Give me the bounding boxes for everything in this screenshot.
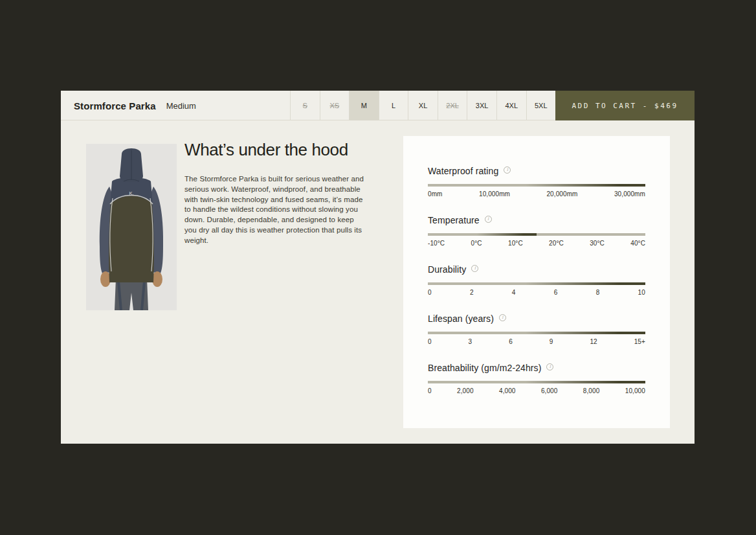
tick-label: 0°C <box>471 240 482 247</box>
brand-logo: K. <box>129 190 133 196</box>
spec-slider-fill <box>428 332 645 334</box>
size-tab-label: 5XL <box>535 102 548 109</box>
tick-label: 10,000mm <box>479 190 510 198</box>
spec-scale: 0 2 4 6 8 10 <box>428 289 645 296</box>
tick-label: 30°C <box>590 240 605 247</box>
size-tab-l[interactable]: L <box>379 91 408 120</box>
size-tab-3xl[interactable]: 3XL <box>467 91 496 120</box>
tick-label: 9 <box>550 338 553 345</box>
size-tab-s[interactable]: S <box>290 91 320 120</box>
tick-label: 10,000 <box>625 387 645 394</box>
product-header: Stormforce Parka Medium S XS M L XL 2XL … <box>61 91 695 120</box>
tick-label: 20,000mm <box>546 190 577 198</box>
section-heading: What’s under the hood <box>184 140 364 160</box>
spec-label: Lifespan (years) <box>428 313 494 324</box>
size-tab-label: 2XL <box>446 102 459 109</box>
spec-slider-track <box>428 381 645 383</box>
spec-label: Breathability (gm/m2-24hrs) <box>428 363 541 373</box>
spec-label: Temperature <box>428 215 480 225</box>
tick-label: 6 <box>554 289 558 296</box>
spec-durability: Durability i 0 2 4 6 8 10 <box>428 264 645 296</box>
info-icon[interactable]: i <box>504 166 511 174</box>
tick-label: 4 <box>512 289 516 296</box>
tick-label: 30,000mm <box>614 190 645 198</box>
tick-label: 20°C <box>549 240 564 247</box>
spec-slider-track <box>428 332 645 334</box>
info-icon[interactable]: i <box>499 314 506 321</box>
tick-label: 6 <box>509 338 513 345</box>
size-tab-label: M <box>361 102 367 109</box>
spec-breathability: Breathability (gm/m2-24hrs) i 0 2,000 4,… <box>428 363 645 394</box>
tick-label: 0 <box>428 289 432 296</box>
tick-label: 8 <box>596 289 600 296</box>
tick-label: 2 <box>470 289 474 296</box>
tick-label: 6,000 <box>541 387 558 394</box>
product-copy: What’s under the hood The Stormforce Par… <box>184 140 364 245</box>
size-tab-5xl[interactable]: 5XL <box>526 91 556 120</box>
tick-label: 0mm <box>428 190 443 198</box>
spec-slider-track <box>428 233 645 236</box>
size-tab-label: L <box>392 102 395 109</box>
tick-label: 40°C <box>630 240 645 247</box>
specs-panel: Waterproof rating i 0mm 10,000mm 20,000m… <box>403 136 670 428</box>
spec-slider-track <box>428 184 645 187</box>
size-tab-m[interactable]: M <box>349 91 379 120</box>
size-selector: S XS M L XL 2XL 3XL 4XL 5XL <box>290 91 555 120</box>
size-tab-label: XL <box>419 102 427 109</box>
size-tab-label: XS <box>330 102 340 109</box>
spec-waterproof: Waterproof rating i 0mm 10,000mm 20,000m… <box>428 166 645 198</box>
size-tab-xs[interactable]: XS <box>320 91 350 120</box>
tick-label: 10 <box>638 289 645 296</box>
selected-size-label: Medium <box>166 101 196 111</box>
tick-label: 8,000 <box>583 387 600 394</box>
spec-scale: 0mm 10,000mm 20,000mm 30,000mm <box>428 190 645 198</box>
parka-back-view-illustration: K. <box>86 144 177 310</box>
size-tab-2xl[interactable]: 2XL <box>438 91 467 120</box>
tick-label: 0 <box>428 387 432 394</box>
product-description: The Stormforce Parka is built for seriou… <box>184 174 364 245</box>
spec-label: Durability <box>428 264 466 275</box>
product-page: Stormforce Parka Medium S XS M L XL 2XL … <box>61 91 695 444</box>
info-icon[interactable]: i <box>485 216 492 223</box>
spec-label: Waterproof rating <box>428 166 498 176</box>
size-tab-xl[interactable]: XL <box>408 91 438 120</box>
tick-label: 4,000 <box>499 387 516 394</box>
spec-lifespan: Lifespan (years) i 0 3 6 9 12 15+ <box>428 313 645 345</box>
size-tab-label: 3XL <box>476 102 489 109</box>
tick-label: -10°C <box>428 240 445 247</box>
tick-label: 15+ <box>634 338 645 345</box>
spec-slider-fill <box>428 184 645 187</box>
tick-label: 3 <box>469 338 472 345</box>
spec-slider-fill <box>428 381 645 383</box>
info-icon[interactable]: i <box>546 363 553 370</box>
spec-slider-track <box>428 282 645 285</box>
size-tab-label: S <box>303 102 307 109</box>
add-to-cart-button[interactable]: ADD TO CART - $469 <box>555 91 695 120</box>
spec-slider-fill <box>428 233 537 236</box>
spec-slider-fill <box>428 282 645 285</box>
size-tab-4xl[interactable]: 4XL <box>496 91 526 120</box>
tick-label: 10°C <box>508 240 523 247</box>
product-title: Stormforce Parka <box>74 100 156 111</box>
tick-label: 2,000 <box>457 387 474 394</box>
spec-scale: -10°C 0°C 10°C 20°C 30°C 40°C <box>428 240 645 247</box>
spec-scale: 0 2,000 4,000 6,000 8,000 10,000 <box>428 387 645 394</box>
product-image: K. <box>86 144 177 310</box>
spec-temperature: Temperature i -10°C 0°C 10°C 20°C 30°C 4… <box>428 215 645 247</box>
tick-label: 0 <box>428 338 432 345</box>
spec-scale: 0 3 6 9 12 15+ <box>428 338 645 345</box>
tick-label: 12 <box>590 338 597 345</box>
info-icon[interactable]: i <box>471 265 478 272</box>
size-tab-label: 4XL <box>505 102 518 109</box>
title-group: Stormforce Parka Medium <box>74 91 196 120</box>
